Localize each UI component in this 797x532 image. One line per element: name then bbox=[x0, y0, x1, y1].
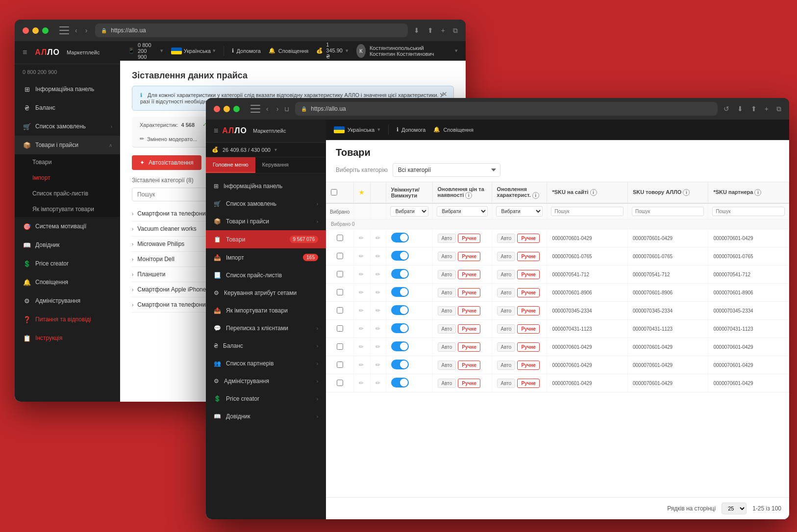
topbar-phone-back[interactable]: 📱 0 800 200 900 ▾ bbox=[128, 42, 163, 60]
front-sidebar-attr[interactable]: ⚙ Керування атрибут сетами bbox=[206, 284, 326, 302]
sidebar-item-admin[interactable]: ⚙ Адміністрування bbox=[15, 291, 120, 310]
url-bar-front[interactable]: 🔒 https://allo.ua bbox=[295, 102, 717, 116]
topbar-help[interactable]: ℹ Допомога bbox=[232, 48, 261, 54]
sidebar-item-guide[interactable]: 📖 Довідник bbox=[15, 236, 120, 254]
row-checkbox-5[interactable] bbox=[326, 302, 354, 320]
row-toggle-6[interactable] bbox=[386, 320, 432, 338]
front-topbar-lang[interactable]: Українська ▾ bbox=[334, 126, 380, 133]
tab-main-menu[interactable]: Головне меню bbox=[206, 157, 255, 173]
sidebar-item-notifications[interactable]: 🔔 Сповіщення bbox=[15, 273, 120, 291]
row-checkbox-6[interactable] bbox=[326, 320, 354, 338]
back-button[interactable]: ‹ bbox=[73, 24, 79, 36]
duplicate-icon[interactable]: ⧉ bbox=[453, 26, 458, 35]
hamburger-icon-front[interactable]: ≡ bbox=[214, 126, 218, 135]
new-tab-icon-front[interactable]: + bbox=[765, 105, 769, 113]
row-edit-5[interactable]: ✏ bbox=[370, 302, 386, 320]
row-star-8[interactable]: ✏ bbox=[354, 356, 370, 374]
sidebar-item-balance[interactable]: ₴ Баланс bbox=[15, 98, 120, 117]
auto-match-button[interactable]: ✦ Автозіставлення bbox=[132, 155, 201, 170]
duplicate-icon-front[interactable]: ⧉ bbox=[776, 105, 781, 113]
topbar-user-back[interactable]: К Костянтинопольський Костянтин Костянти… bbox=[356, 44, 458, 58]
front-sidebar-pricelist[interactable]: 📃 Список прайс-листів bbox=[206, 266, 326, 284]
refresh-icon[interactable]: ↺ bbox=[723, 105, 729, 113]
sidebar-toggle-front[interactable] bbox=[250, 105, 260, 113]
tab-manage[interactable]: Керування bbox=[255, 157, 296, 173]
front-sidebar-messages[interactable]: 💬 Переписка з клієнтами › bbox=[206, 319, 326, 337]
row-edit-8[interactable]: ✏ bbox=[370, 356, 386, 374]
row-star-9[interactable]: ✏ bbox=[354, 374, 370, 392]
row-toggle-9[interactable] bbox=[386, 374, 432, 392]
topbar-balance-back[interactable]: 💰 1 345.90 ₴ ▾ bbox=[316, 42, 349, 60]
front-sidebar-dashboard[interactable]: ⊞ Інформаційна панель bbox=[206, 177, 326, 195]
close-button-front[interactable] bbox=[214, 106, 220, 112]
filter-toggle-select[interactable]: Вибрати bbox=[390, 206, 428, 217]
sidebar-toggle[interactable] bbox=[59, 26, 69, 34]
sidebar-item-price-creator[interactable]: 💲 Price creator bbox=[15, 254, 120, 273]
row-toggle-3[interactable] bbox=[386, 266, 432, 284]
sidebar-item-instructions[interactable]: 📋 Інструкція bbox=[15, 329, 120, 347]
row-star-6[interactable]: ✏ bbox=[354, 320, 370, 338]
filter-sku-site-input[interactable] bbox=[551, 207, 623, 216]
minimize-button[interactable] bbox=[32, 27, 39, 34]
front-sidebar-guide[interactable]: 📖 Довідник › bbox=[206, 408, 326, 425]
url-bar-back[interactable]: 🔒 https://allo.ua bbox=[95, 24, 407, 37]
front-sidebar-price-creator[interactable]: 💲 Price creator › bbox=[206, 390, 326, 408]
info-icon-sku-partner[interactable]: i bbox=[754, 189, 761, 196]
info-icon-sku-site[interactable]: i bbox=[590, 189, 597, 196]
row-edit-1[interactable]: ✏ bbox=[370, 229, 386, 247]
close-banner-button[interactable]: ✕ bbox=[442, 90, 448, 98]
front-sidebar-balance[interactable]: ₴ Баланс › bbox=[206, 337, 326, 355]
sidebar-item-faq[interactable]: ❓ Питання та відповіді bbox=[15, 310, 120, 329]
filter-sku-partner-input[interactable] bbox=[712, 207, 785, 216]
front-topbar-notif[interactable]: 🔔 Сповіщення bbox=[433, 126, 473, 133]
sidebar-sub-howto[interactable]: Як імпортувати товари bbox=[15, 201, 120, 217]
row-checkbox-3[interactable] bbox=[326, 266, 354, 284]
row-edit-2[interactable]: ✏ bbox=[370, 247, 386, 266]
row-star-3[interactable]: ✏ bbox=[354, 266, 370, 284]
filter-sku-allo-input[interactable] bbox=[632, 207, 704, 216]
info-icon-char[interactable]: i bbox=[532, 192, 539, 199]
row-edit-4[interactable]: ✏ bbox=[370, 284, 386, 302]
minimize-button-front[interactable] bbox=[224, 106, 230, 112]
info-icon-price[interactable]: i bbox=[465, 192, 472, 199]
extensions-icon[interactable]: ⊔ bbox=[284, 105, 289, 113]
forward-button[interactable]: › bbox=[83, 24, 90, 36]
row-star-1[interactable]: ✏ bbox=[354, 229, 370, 247]
row-toggle-2[interactable] bbox=[386, 247, 432, 266]
row-star-4[interactable]: ✏ bbox=[354, 284, 370, 302]
row-toggle-1[interactable] bbox=[386, 229, 432, 247]
sidebar-sub-pricelist[interactable]: Список прайс-листів bbox=[15, 186, 120, 201]
new-tab-icon[interactable]: + bbox=[441, 26, 445, 34]
close-button[interactable] bbox=[23, 27, 29, 34]
row-checkbox-2[interactable] bbox=[326, 247, 354, 266]
maximize-button[interactable] bbox=[42, 27, 49, 34]
sidebar-item-motivation[interactable]: 🎯 Система мотивації bbox=[15, 217, 120, 236]
forward-button-front[interactable]: › bbox=[274, 103, 281, 115]
front-topbar-help[interactable]: ℹ Допомога bbox=[397, 126, 425, 133]
row-toggle-7[interactable] bbox=[386, 338, 432, 356]
rows-per-page-select[interactable]: 25 bbox=[722, 503, 747, 514]
row-edit-6[interactable]: ✏ bbox=[370, 320, 386, 338]
download-icon[interactable]: ⬇ bbox=[414, 26, 420, 34]
sidebar-sub-tovary[interactable]: Товари bbox=[15, 154, 120, 170]
back-button-front[interactable]: ‹ bbox=[264, 103, 271, 115]
row-checkbox-1[interactable] bbox=[326, 229, 354, 247]
row-star-7[interactable]: ✏ bbox=[354, 338, 370, 356]
row-checkbox-8[interactable] bbox=[326, 356, 354, 374]
sidebar-item-dashboard[interactable]: ⊞ Інформаційна панель bbox=[15, 80, 120, 98]
row-checkbox-9[interactable] bbox=[326, 374, 354, 392]
row-toggle-5[interactable] bbox=[386, 302, 432, 320]
row-edit-3[interactable]: ✏ bbox=[370, 266, 386, 284]
topbar-flag-back[interactable]: Українська ▾ bbox=[171, 48, 216, 54]
front-sidebar-orders[interactable]: 🛒 Список замовлень › bbox=[206, 195, 326, 213]
info-icon-sku-allo[interactable]: i bbox=[683, 189, 690, 196]
sidebar-item-products[interactable]: 📦 Товари і прайси ∧ bbox=[15, 136, 120, 154]
row-star-5[interactable]: ✏ bbox=[354, 302, 370, 320]
front-sidebar-admin[interactable]: ⚙ Адміністрування › bbox=[206, 372, 326, 390]
filter-price-select[interactable]: Вибрати bbox=[437, 206, 488, 217]
maximize-button-front[interactable] bbox=[233, 106, 240, 112]
row-checkbox-4[interactable] bbox=[326, 284, 354, 302]
row-edit-9[interactable]: ✏ bbox=[370, 374, 386, 392]
row-checkbox-7[interactable] bbox=[326, 338, 354, 356]
front-sidebar-products-prais[interactable]: 📦 Товари і прайси › bbox=[206, 213, 326, 230]
